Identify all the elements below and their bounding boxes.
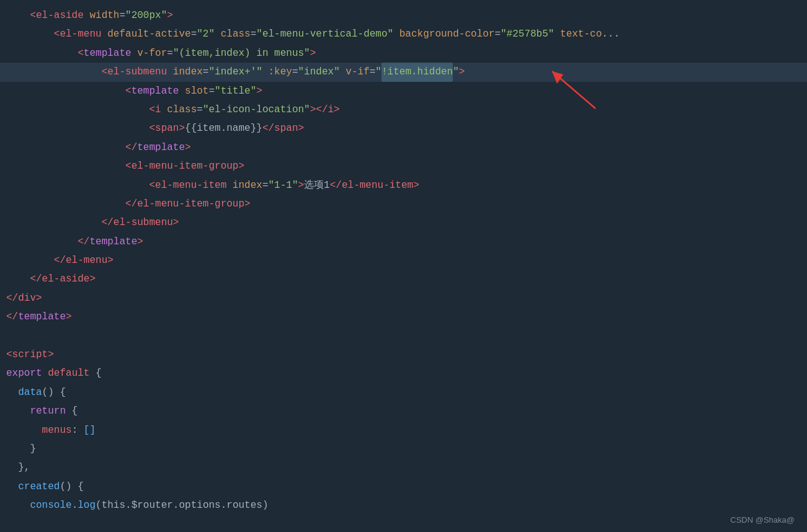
code-line-5: <template slot="title"> [0,82,807,100]
watermark: CSDN @Shaka@ [730,515,795,525]
code-line-2: <el-menu default-active="2" class="el-me… [0,25,807,43]
code-line-18 [0,327,807,345]
code-line-23: menus: [] [0,421,807,440]
code-line-27: console.log(this.$router.options.routes) [0,496,807,515]
code-line-11: </el-menu-item-group> [0,195,807,213]
code-line-4: <el-submenu index="index+'" :key="index"… [0,63,807,81]
code-line-20: export default { [0,364,807,383]
code-line-24: } [0,440,807,458]
code-line-8: </template> [0,138,807,157]
code-line-19: <script> [0,345,807,364]
code-line-1: <el-aside width="200px"> [0,6,807,25]
code-line-17: </template> [0,308,807,326]
code-line-9: <el-menu-item-group> [0,157,807,175]
code-line-10: <el-menu-item index="1-1">选项1</el-menu-i… [0,176,807,195]
code-line-3: <template v-for="(item,index) in menus"> [0,44,807,63]
code-line-25: }, [0,458,807,477]
code-line-6: <i class="el-icon-location"></i> [0,100,807,119]
code-line-13: </template> [0,233,807,251]
code-line-7: <span>{{item.name}}</span> [0,119,807,138]
code-line-22: return { [0,402,807,420]
code-line-15: </el-aside> [0,270,807,288]
code-line-26: created() { [0,477,807,496]
code-line-14: </el-menu> [0,251,807,270]
code-line-12: </el-submenu> [0,213,807,232]
code-line-16: </div> [0,289,807,308]
code-editor: <el-aside width="200px"> <el-menu defaul… [0,0,807,521]
code-line-21: data() { [0,383,807,402]
